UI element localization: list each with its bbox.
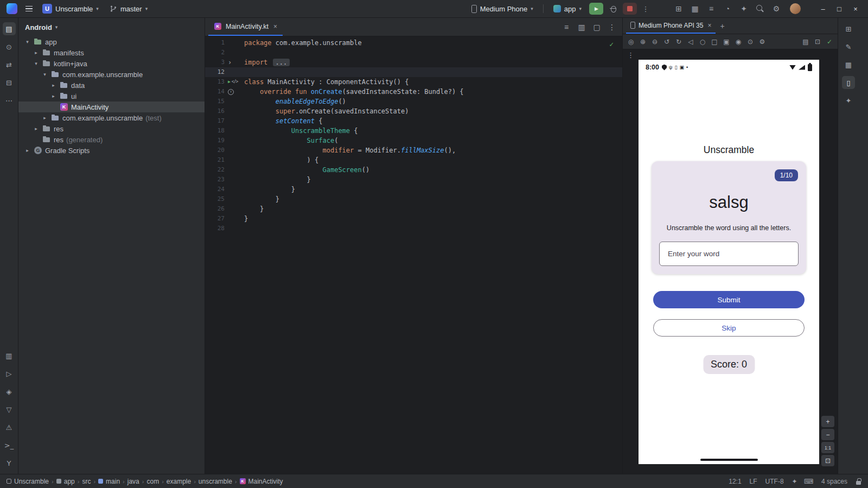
structure-tool-icon[interactable]: ⊟	[3, 76, 16, 89]
detach-editor-icon[interactable]: ▢	[590, 20, 604, 34]
user-avatar[interactable]	[790, 3, 801, 14]
split-editor-icon[interactable]: ▥	[575, 20, 589, 34]
line-separator-widget[interactable]: LF	[750, 478, 757, 485]
tree-item-mainactivity[interactable]: KMainActivity	[18, 102, 205, 112]
debug-button[interactable]	[607, 3, 620, 15]
device-settings-icon[interactable]: ⚙	[756, 36, 768, 47]
emulator-screen[interactable]: 8:00 ψ▯▣• Unscramble 1/10 salsg	[639, 60, 819, 464]
code-line[interactable]: 26 }	[205, 204, 622, 214]
project-widget[interactable]: U Unscramble ▾	[38, 2, 103, 15]
add-device-tab-icon[interactable]: +	[720, 22, 724, 30]
tree-item-ui[interactable]: ▸ui	[18, 91, 205, 102]
tree-item-app[interactable]: ▾app	[18, 36, 205, 47]
code-editor[interactable]: 1package com.example.unscramble23›import…	[205, 36, 622, 474]
tree-item-com-example-unscramble[interactable]: ▾com.example.unscramble	[18, 69, 205, 80]
close-button[interactable]: ×	[847, 1, 864, 16]
code-line[interactable]: 13▶</>class MainActivity : ComponentActi…	[205, 77, 622, 87]
code-line[interactable]: 12	[205, 67, 622, 77]
profiler-icon[interactable]: ◔	[720, 2, 735, 16]
run-more-options-icon[interactable]: ⋮	[640, 5, 651, 13]
device-selector[interactable]: Medium Phone ▾	[467, 3, 538, 15]
breadcrumb-src[interactable]: src	[82, 478, 91, 485]
status-dot-icon[interactable]: •	[686, 65, 688, 70]
tree-item-gradle-scripts[interactable]: ▸GGradle Scripts	[18, 145, 205, 156]
chevron-right-icon[interactable]: ▸	[50, 93, 57, 99]
code-line[interactable]: 24 }	[205, 185, 622, 194]
code-line[interactable]: 19 Surface(	[205, 136, 622, 145]
code-line[interactable]: 14↑ override fun onCreate(savedInstanceS…	[205, 87, 622, 97]
fold-collapsed-icon[interactable]: ›	[228, 58, 232, 67]
chevron-down-icon[interactable]: ▾	[33, 61, 40, 66]
readonly-lock-icon[interactable]	[856, 478, 861, 485]
encoding-widget[interactable]: UTF-8	[765, 478, 784, 485]
gemini-icon[interactable]: ✦	[737, 2, 751, 16]
word-input[interactable]	[659, 242, 799, 266]
display-modes-icon[interactable]: ▤	[800, 36, 812, 47]
project-view-selector[interactable]: Android ▾	[18, 18, 205, 36]
version-control-tool-icon[interactable]: Y	[3, 457, 16, 470]
search-icon[interactable]	[753, 2, 767, 16]
breadcrumb-example[interactable]: example	[167, 478, 191, 485]
highlight-list-icon[interactable]: ≡	[559, 20, 573, 34]
snapshot-icon[interactable]: ⊙	[744, 36, 756, 47]
code-line[interactable]: 28	[205, 224, 622, 233]
code-line[interactable]: 17 setContent {	[205, 116, 622, 126]
stop-button[interactable]	[623, 3, 637, 15]
run-button[interactable]: ▶	[589, 3, 603, 15]
run-tool-icon[interactable]: ▷	[3, 367, 16, 380]
vcs-branch-widget[interactable]: master ▾	[105, 3, 152, 15]
zoom-reset-button[interactable]: 1:1	[821, 442, 834, 453]
inspections-status-icon[interactable]: ✓	[609, 40, 614, 49]
ai-assistant-tool-icon[interactable]: ✎	[842, 40, 855, 53]
breadcrumb-unscramble[interactable]: unscramble	[199, 478, 232, 485]
device-explorer-icon[interactable]: ▥	[3, 349, 16, 362]
code-line[interactable]: 2	[205, 48, 622, 58]
code-line[interactable]: 1package com.example.unscramble	[205, 38, 622, 48]
breadcrumb-com[interactable]: com	[146, 478, 159, 485]
problems-tool-icon[interactable]: ⚠	[3, 421, 16, 434]
back-icon[interactable]: ◁	[685, 36, 697, 47]
compose-preview-icon[interactable]: </>	[232, 77, 238, 87]
device-tab[interactable]: Medium Phone API 35 ×	[626, 18, 716, 34]
code-line[interactable]: 3›import ...	[205, 58, 622, 67]
device-ready-icon[interactable]: ✓	[824, 36, 835, 47]
breadcrumb-mainactivity[interactable]: KMainActivity	[240, 478, 283, 485]
tree-item-com-example-unscramble-test[interactable]: ▸com.example.unscramble (test)	[18, 112, 205, 123]
breadcrumb-app[interactable]: app	[56, 478, 75, 485]
maximize-button[interactable]: □	[831, 1, 847, 16]
settings-icon[interactable]: ⚙	[769, 2, 783, 16]
code-line[interactable]: 15 enableEdgeToEdge()	[205, 97, 622, 106]
device-manager-icon[interactable]: ▦	[688, 2, 702, 16]
code-line[interactable]: 27}	[205, 214, 622, 224]
breadcrumb-java[interactable]: java	[127, 478, 139, 485]
vibrate-icon[interactable]: ▯	[674, 65, 677, 70]
code-line[interactable]: 20 modifier = Modifier.fillMaxSize(),	[205, 145, 622, 155]
volume-down-icon[interactable]: ⊖	[649, 36, 661, 47]
pull-requests-icon[interactable]: ⇄	[3, 58, 16, 71]
chevron-right-icon[interactable]: ▸	[33, 126, 40, 131]
editor-more-icon[interactable]: ⋮	[605, 20, 619, 34]
terminal-tool-icon[interactable]: >_	[3, 439, 16, 452]
code-line[interactable]: 25 }	[205, 194, 622, 204]
zoom-out-button[interactable]: −	[821, 429, 834, 440]
code-line[interactable]: 18 UnscrambleTheme {	[205, 126, 622, 136]
tree-item-res-generated[interactable]: res (generated)	[18, 134, 205, 145]
build-tool-icon[interactable]: ◈	[3, 385, 16, 398]
overview-icon[interactable]: □	[709, 36, 720, 47]
code-line[interactable]: 16 super.onCreate(savedInstanceState)	[205, 106, 622, 116]
tree-item-data[interactable]: ▸data	[18, 80, 205, 91]
volume-up-icon[interactable]: ⊕	[637, 36, 649, 47]
privacy-shield-icon[interactable]	[662, 65, 667, 71]
logcat-icon[interactable]: ≡	[704, 2, 718, 16]
running-devices-tool-icon[interactable]: ▯	[842, 76, 855, 89]
gesture-bar[interactable]	[700, 459, 758, 461]
screen-reader-icon[interactable]: ⌨	[804, 478, 813, 485]
chevron-right-icon[interactable]: ▸	[50, 83, 57, 88]
tree-item-manifests[interactable]: ▸manifests	[18, 47, 205, 58]
home-icon[interactable]: ○	[697, 36, 709, 47]
main-menu-button[interactable]	[22, 2, 36, 16]
commit-tool-icon[interactable]: ⊙	[3, 40, 16, 53]
override-marker-icon[interactable]: ↑	[228, 89, 234, 95]
tree-item-kotlin-java[interactable]: ▾kotlin+java	[18, 58, 205, 69]
caret-position-widget[interactable]: 12:1	[729, 478, 741, 485]
